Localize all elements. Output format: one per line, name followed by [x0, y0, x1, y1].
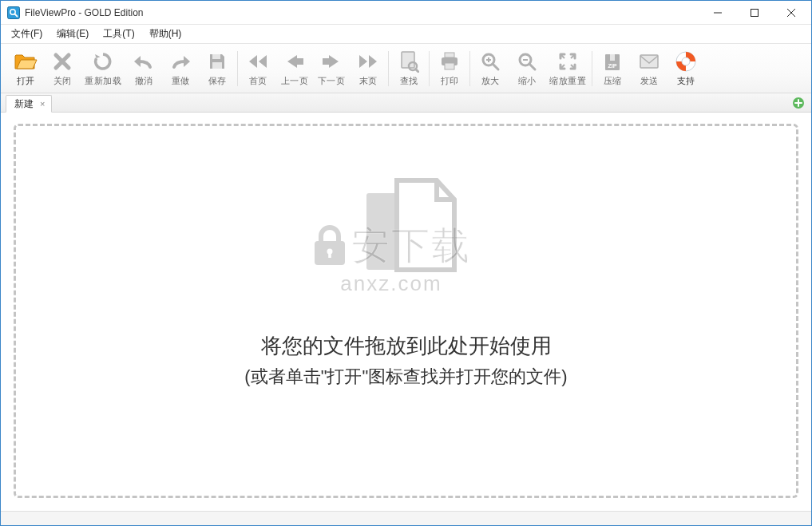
next-icon: [319, 49, 343, 73]
zoom-in-icon: [478, 49, 502, 73]
close-tab-button[interactable]: 关闭: [44, 46, 81, 91]
svg-rect-27: [640, 55, 658, 68]
menu-help[interactable]: 帮助(H): [142, 26, 189, 42]
print-button[interactable]: 打印: [431, 46, 468, 91]
save-button[interactable]: 保存: [199, 46, 236, 91]
add-tab-button[interactable]: [792, 97, 805, 113]
support-button[interactable]: 支持: [667, 46, 704, 91]
svg-line-22: [529, 64, 535, 69]
svg-line-13: [416, 69, 419, 73]
next-page-button[interactable]: 下一页: [313, 46, 350, 91]
app-icon: [7, 6, 20, 19]
folder-open-icon: [14, 49, 38, 73]
save-label: 保存: [208, 75, 227, 87]
documents-icon: [335, 166, 478, 310]
zoom-reset-icon: [556, 49, 580, 73]
first-label: 首页: [249, 75, 267, 87]
reload-label: 重新加载: [85, 75, 121, 87]
tab-bar: 新建 ×: [1, 93, 811, 113]
app-window: FileViewPro - GOLD Edition 文件(F) 编辑(E) 工…: [0, 0, 812, 526]
svg-rect-9: [297, 58, 303, 65]
drop-line1: 将您的文件拖放到此处开始使用: [244, 332, 567, 360]
lifering-icon: [674, 49, 698, 73]
zoomout-label: 缩小: [518, 75, 537, 87]
zoom-reset-button[interactable]: 缩放重置: [545, 46, 590, 91]
prev-label: 上一页: [281, 75, 309, 87]
svg-rect-10: [323, 58, 329, 65]
zip-button[interactable]: ZIP 压缩: [594, 46, 631, 91]
svg-point-29: [682, 57, 690, 65]
tab-label: 新建: [14, 97, 34, 111]
last-label: 末页: [359, 75, 378, 87]
mail-icon: [637, 49, 661, 73]
print-icon: [438, 49, 461, 73]
search-doc-icon: [397, 49, 421, 73]
close-label: 关闭: [53, 75, 72, 87]
zoomreset-label: 缩放重置: [549, 75, 586, 87]
undo-button[interactable]: 撤消: [125, 46, 162, 91]
svg-text:ZIP: ZIP: [608, 63, 617, 69]
toolbar-separator: [592, 51, 592, 86]
redo-icon: [168, 49, 192, 73]
prev-icon: [283, 49, 307, 73]
content-area: 将您的文件拖放到此处开始使用 (或者单击"打开"图标查找并打开您的文件): [1, 113, 811, 511]
first-page-button[interactable]: 首页: [240, 46, 276, 91]
window-title: FileViewPro - GOLD Edition: [25, 7, 144, 18]
toolbar-separator: [429, 51, 430, 86]
first-icon: [246, 49, 270, 73]
zip-icon: ZIP: [600, 49, 624, 73]
redo-button[interactable]: 重做: [162, 46, 199, 91]
toolbar-separator: [469, 51, 470, 86]
toolbar-separator: [237, 51, 238, 86]
svg-rect-8: [212, 62, 222, 69]
maximize-button[interactable]: [736, 1, 773, 24]
reload-button[interactable]: 重新加载: [81, 46, 125, 91]
title-bar: FileViewPro - GOLD Edition: [1, 1, 811, 25]
zoom-out-button[interactable]: 缩小: [509, 46, 545, 91]
svg-rect-14: [445, 53, 454, 57]
drop-text: 将您的文件拖放到此处开始使用 (或者单击"打开"图标查找并打开您的文件): [244, 332, 567, 389]
svg-line-18: [493, 64, 498, 69]
drop-line2: (或者单击"打开"图标查找并打开您的文件): [244, 365, 567, 389]
last-page-button[interactable]: 末页: [350, 46, 386, 91]
zip-label: 压缩: [604, 75, 622, 87]
svg-rect-0: [8, 6, 20, 18]
send-button[interactable]: 发送: [631, 46, 667, 91]
save-icon: [205, 49, 229, 73]
open-label: 打开: [17, 75, 35, 87]
support-label: 支持: [677, 75, 695, 87]
print-label: 打印: [441, 75, 459, 87]
tab-new[interactable]: 新建 ×: [6, 95, 52, 113]
svg-rect-4: [751, 9, 759, 16]
menu-file[interactable]: 文件(F): [4, 26, 50, 42]
toolbar: 打开 关闭 重新加载 撤消: [1, 44, 811, 93]
menu-edit[interactable]: 编辑(E): [50, 26, 96, 42]
send-label: 发送: [640, 75, 659, 87]
tab-close-icon[interactable]: ×: [38, 99, 46, 109]
open-button[interactable]: 打开: [7, 46, 44, 91]
zoomin-label: 放大: [481, 75, 500, 87]
last-icon: [356, 49, 380, 73]
find-label: 查找: [400, 75, 418, 87]
svg-rect-7: [212, 54, 220, 59]
zoom-in-button[interactable]: 放大: [472, 46, 509, 91]
undo-label: 撤消: [135, 75, 153, 87]
minimize-button[interactable]: [699, 1, 736, 24]
svg-rect-25: [610, 54, 615, 61]
zoom-out-icon: [515, 49, 539, 73]
next-label: 下一页: [318, 75, 346, 87]
x-icon: [50, 49, 74, 73]
refresh-icon: [91, 49, 115, 73]
prev-page-button[interactable]: 上一页: [276, 46, 313, 91]
dropzoneone[interactable]: 将您的文件拖放到此处开始使用 (或者单击"打开"图标查找并打开您的文件): [14, 124, 798, 498]
menu-bar: 文件(F) 编辑(E) 工具(T) 帮助(H): [1, 25, 811, 44]
find-button[interactable]: 查找: [390, 46, 427, 91]
menu-tools[interactable]: 工具(T): [96, 26, 141, 42]
redo-label: 重做: [172, 75, 190, 87]
undo-icon: [132, 49, 156, 73]
close-button[interactable]: [773, 1, 810, 24]
status-bar: [1, 511, 811, 525]
toolbar-separator: [388, 51, 389, 86]
svg-rect-16: [445, 63, 454, 69]
